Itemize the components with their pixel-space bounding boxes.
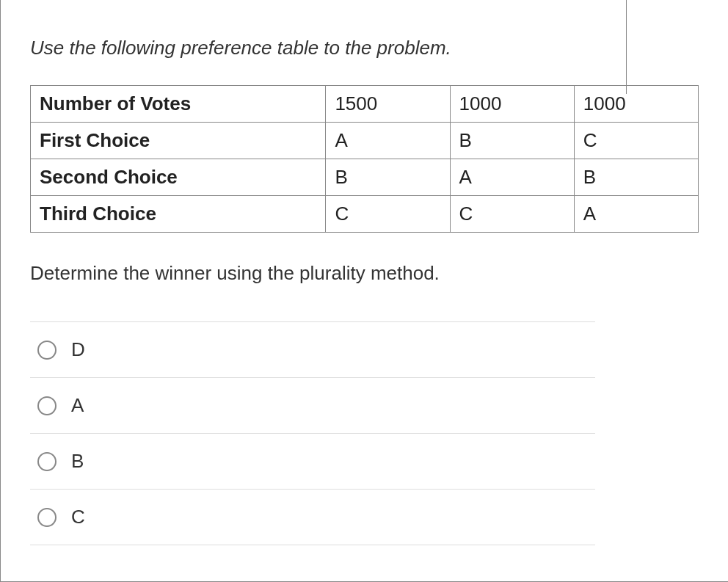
- row-label: First Choice: [31, 123, 326, 159]
- row-label: Number of Votes: [31, 86, 326, 123]
- table-row: Second Choice B A B: [31, 159, 699, 196]
- option-label: D: [71, 338, 85, 361]
- table-cell: C: [450, 196, 574, 233]
- table-cell: C: [574, 123, 698, 159]
- row-label: Second Choice: [31, 159, 326, 196]
- table-row: Third Choice C C A: [31, 196, 699, 233]
- radio-button[interactable]: [37, 508, 57, 527]
- table-row: First Choice A B C: [31, 123, 699, 159]
- radio-button[interactable]: [37, 396, 57, 415]
- answer-option-b[interactable]: B: [30, 433, 595, 489]
- table-cell: B: [326, 159, 450, 196]
- table-cell: 1500: [326, 86, 450, 123]
- instruction-text: Use the following preference table to th…: [30, 37, 699, 59]
- radio-button[interactable]: [37, 341, 57, 360]
- table-cell: C: [326, 196, 450, 233]
- table-cell: B: [450, 123, 574, 159]
- preference-table: Number of Votes 1500 1000 1000 First Cho…: [30, 85, 699, 233]
- table-cell: A: [450, 159, 574, 196]
- answer-options: D A B C: [30, 321, 595, 545]
- option-label: C: [71, 506, 85, 528]
- answer-option-c[interactable]: C: [30, 489, 595, 545]
- option-label: A: [71, 394, 84, 417]
- separator-line: [626, 0, 627, 94]
- table-cell: A: [574, 196, 698, 233]
- question-text: Determine the winner using the plurality…: [30, 262, 699, 285]
- option-label: B: [71, 450, 84, 473]
- table-cell: B: [574, 159, 698, 196]
- row-label: Third Choice: [31, 196, 326, 233]
- question-container: Use the following preference table to th…: [0, 0, 728, 582]
- radio-button[interactable]: [37, 452, 57, 471]
- answer-option-a[interactable]: A: [30, 377, 595, 433]
- table-cell: A: [326, 123, 450, 159]
- table-row: Number of Votes 1500 1000 1000: [31, 86, 699, 123]
- table-cell: 1000: [450, 86, 574, 123]
- answer-option-d[interactable]: D: [30, 321, 595, 377]
- table-cell: 1000: [574, 86, 698, 123]
